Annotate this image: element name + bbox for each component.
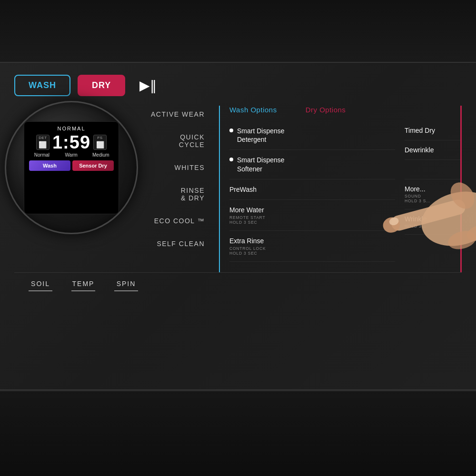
option-name-2: Smart DispenseSoftener — [237, 156, 285, 173]
dry-option-2[interactable]: Dewrinkle — [405, 140, 462, 160]
dry-option-name-1: Timed Dry — [405, 127, 435, 134]
cycle-quick-cycle[interactable]: QUICKCYCLE — [151, 133, 205, 149]
wash-option-3[interactable]: PreWash — [229, 179, 395, 200]
cycle-self-clean[interactable]: SELF CLEAN — [151, 240, 205, 248]
control-panel: WASH DRY ▶︎ ‖ NORMAL — [0, 62, 476, 390]
lcd-main-row: DET ⬜ 1:59 FS ⬜ — [36, 133, 107, 151]
temp-control[interactable]: TEMP — [71, 280, 95, 291]
options-header: Wash Options Dry Options — [229, 106, 462, 114]
lcd-val-medium: Medium — [92, 152, 109, 158]
dry-option-3[interactable] — [405, 160, 462, 179]
soil-control[interactable]: SOIL — [29, 280, 52, 291]
dry-option-sub-5: HOLD 3... — [405, 224, 462, 228]
bottom-bar — [0, 390, 476, 476]
top-bar — [0, 0, 476, 62]
lcd-mode-title: NORMAL — [57, 126, 85, 131]
cycle-active-wear[interactable]: ACTIVE WEAR — [151, 110, 205, 118]
lcd-wash-btn[interactable]: Wash — [29, 160, 70, 171]
appliance-body: WASH DRY ▶︎ ‖ NORMAL — [0, 0, 476, 476]
wash-option-1[interactable]: Smart DispenseDetergent — [229, 121, 395, 150]
option-text-5: Extra Rinse CONTROL LOCKHOLD 3 SEC — [229, 237, 266, 256]
cycle-rinse-dry[interactable]: RINSE& DRY — [151, 187, 205, 202]
top-controls: WASH DRY ▶︎ ‖ — [14, 75, 462, 96]
options-columns: Smart DispenseDetergent Smart DispenseSo… — [229, 121, 462, 262]
det-label: DET — [39, 136, 47, 140]
cycle-whites[interactable]: WHITES — [151, 164, 205, 171]
dial-outer: NORMAL DET ⬜ 1:59 FS ⬜ — [5, 101, 138, 234]
spin-control[interactable]: SPIN — [114, 280, 138, 291]
option-name-3: PreWash — [229, 185, 257, 194]
dry-option-name-2: Dewrinkle — [405, 146, 434, 154]
dry-button[interactable]: DRY — [78, 75, 125, 96]
wash-options-title: Wash Options — [229, 106, 277, 114]
lcd-det-icon: DET ⬜ — [36, 135, 50, 150]
wash-options-col: Smart DispenseDetergent Smart DispenseSo… — [229, 121, 395, 262]
cycle-labels: ACTIVE WEAR QUICKCYCLE WHITES RINSE& DRY… — [151, 106, 205, 248]
lcd-val-normal: Normal — [33, 152, 50, 158]
dry-option-sub-4: SOUNDHOLD 3 S... — [405, 194, 462, 203]
fs-symbol: ⬜ — [96, 141, 104, 149]
dry-options-col: Timed Dry Dewrinkle More... SOUNDHOLD 3 … — [395, 121, 462, 262]
fs-label: FS — [97, 136, 102, 140]
lcd-screen: NORMAL DET ⬜ 1:59 FS ⬜ — [24, 121, 119, 214]
bottom-controls: SOIL TEMP SPIN — [14, 272, 462, 298]
lcd-val-warm: Warm — [63, 152, 79, 158]
dry-option-5[interactable]: Wrinkle... HOLD 3... — [405, 209, 462, 235]
dry-option-name-4: More... — [405, 185, 426, 193]
wash-button[interactable]: WASH — [14, 75, 70, 96]
play-pause-icon[interactable]: ▶︎ ‖ — [139, 78, 155, 93]
option-name-4: More Water — [229, 206, 265, 214]
main-content: NORMAL DET ⬜ 1:59 FS ⬜ — [14, 106, 462, 272]
option-sub-4: REMOTE STARTHOLD 3 SEC — [229, 215, 265, 225]
wash-option-2[interactable]: Smart DispenseSoftener — [229, 150, 395, 179]
dry-option-4[interactable]: More... SOUNDHOLD 3 S... — [405, 179, 462, 209]
option-text-4: More Water REMOTE STARTHOLD 3 SEC — [229, 206, 265, 225]
det-symbol: ⬜ — [39, 141, 47, 149]
option-dot-1 — [229, 129, 233, 132]
dry-option-1[interactable]: Timed Dry — [405, 121, 462, 140]
vertical-divider — [219, 106, 220, 272]
wash-option-5[interactable]: Extra Rinse CONTROL LOCKHOLD 3 SEC — [229, 231, 395, 262]
svg-point-4 — [465, 222, 476, 243]
dial-container[interactable]: NORMAL DET ⬜ 1:59 FS ⬜ — [5, 101, 138, 234]
lcd-dry-btn[interactable]: Sensor Dry — [72, 160, 114, 171]
dry-options-title: Dry Options — [306, 106, 346, 114]
option-sub-5: CONTROL LOCKHOLD 3 SEC — [229, 246, 266, 256]
option-name-1: Smart DispenseDetergent — [237, 127, 285, 144]
wash-option-4[interactable]: More Water REMOTE STARTHOLD 3 SEC — [229, 200, 395, 231]
lcd-time: 1:59 — [52, 133, 90, 151]
option-dot-2 — [229, 158, 233, 161]
options-panel: Wash Options Dry Options Smart DispenseD… — [225, 106, 462, 272]
option-text-1: Smart DispenseDetergent — [237, 127, 285, 144]
dry-option-name-3 — [405, 166, 407, 173]
option-text-2: Smart DispenseSoftener — [237, 156, 285, 173]
option-name-5: Extra Rinse — [229, 237, 266, 245]
lcd-sub-vals: Normal Warm Medium — [29, 152, 114, 158]
lcd-fs-icon: FS ⬜ — [93, 135, 107, 150]
lcd-buttons-row: Wash Sensor Dry — [29, 160, 114, 171]
left-section: NORMAL DET ⬜ 1:59 FS ⬜ — [14, 106, 214, 272]
option-text-3: PreWash — [229, 185, 257, 194]
right-panel-border — [460, 106, 462, 272]
dry-option-name-5: Wrinkle... — [405, 215, 432, 223]
cycle-eco-cool[interactable]: ECO COOL ™ — [151, 217, 205, 225]
